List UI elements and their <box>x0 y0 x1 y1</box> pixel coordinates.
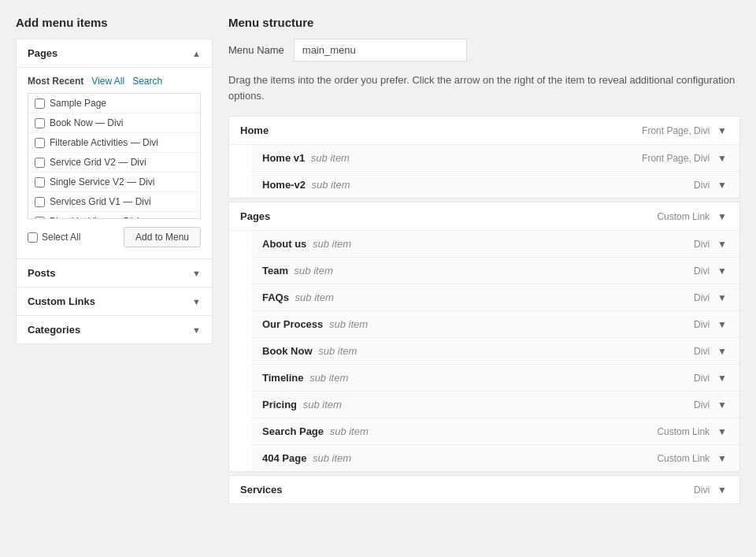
sub-item-chevron[interactable]: ▼ <box>716 399 728 410</box>
sub-items-container: Home v1 sub item Front Page, Divi ▼ Home… <box>229 144 739 198</box>
menu-top-item-label: Pages <box>240 210 270 222</box>
sub-item-label: Book Now sub item <box>262 345 357 357</box>
select-all-row: Select All Add to Menu <box>28 227 201 247</box>
sub-item-type: Divi <box>694 292 710 303</box>
sub-item-meta: Divi ▼ <box>694 319 728 330</box>
custom-links-label: Custom Links <box>28 295 95 307</box>
menu-name-input[interactable] <box>294 39 467 61</box>
sub-item-tag: sub item <box>309 179 350 191</box>
menu-top-item-type: Custom Link <box>657 211 710 222</box>
page-item: Sample Page <box>28 94 200 113</box>
add-to-menu-button[interactable]: Add to Menu <box>124 227 201 247</box>
categories-chevron-icon: ▼ <box>192 325 201 335</box>
page-label: Single Service V2 — Divi <box>50 176 154 188</box>
sub-item-tag: sub item <box>316 345 358 357</box>
page-item: Service Grid V2 — Divi <box>28 153 200 173</box>
page-checkbox[interactable] <box>35 197 45 207</box>
categories-accordion-header[interactable]: Categories ▼ <box>17 316 212 343</box>
page-checkbox[interactable] <box>35 98 45 109</box>
sub-item-type: Divi <box>694 373 710 384</box>
page-checkbox[interactable] <box>35 177 45 188</box>
page-checkbox[interactable] <box>35 158 45 168</box>
sub-item-label: 404 Page sub item <box>262 452 351 464</box>
sub-item-tag: sub item <box>300 399 342 410</box>
menu-top-item-type: Divi <box>694 485 710 496</box>
page-item: Blog List View — Divi <box>28 212 200 219</box>
pages-accordion-body: Most Recent View All Search Sample PageB… <box>17 67 212 258</box>
menu-top-item-type: Front Page, Divi <box>642 125 710 136</box>
menu-top-item-chevron[interactable]: ▼ <box>716 485 728 496</box>
select-all-checkbox[interactable] <box>28 232 38 243</box>
right-panel-title: Menu structure <box>228 16 740 29</box>
page-checkbox[interactable] <box>35 118 45 128</box>
sub-item-type: Custom Link <box>657 426 710 437</box>
sub-item-meta: Custom Link ▼ <box>657 426 728 437</box>
sub-item-chevron[interactable]: ▼ <box>716 426 728 437</box>
sub-item-chevron[interactable]: ▼ <box>716 266 728 277</box>
sub-item-type: Divi <box>694 399 710 410</box>
page-label: Filterable Activities — Divi <box>50 137 158 148</box>
menu-top-item-label: Services <box>240 484 283 496</box>
tab-most-recent[interactable]: Most Recent <box>28 76 83 87</box>
menu-top-item: Home Front Page, Divi ▼ Home v1 sub item… <box>228 116 740 199</box>
page-item: Services Grid V1 — Divi <box>28 192 200 212</box>
pages-tab-bar: Most Recent View All Search <box>28 76 201 87</box>
menu-top-item: Services Divi ▼ <box>228 475 740 504</box>
page-item: Single Service V2 — Divi <box>28 173 200 192</box>
sub-item-row: Search Page sub item Custom Link ▼ <box>251 418 739 445</box>
menu-top-item-chevron[interactable]: ▼ <box>716 211 728 222</box>
categories-section: Categories ▼ <box>16 316 213 344</box>
page-label: Blog List View — Divi <box>50 216 139 219</box>
sub-item-chevron[interactable]: ▼ <box>716 239 728 250</box>
sub-item-row: Home-v2 sub item Divi ▼ <box>251 172 739 198</box>
menu-top-item-meta: Divi ▼ <box>694 485 728 496</box>
sub-item-type: Custom Link <box>657 453 710 464</box>
sub-item-chevron[interactable]: ▼ <box>716 346 728 357</box>
menu-top-item-label: Home <box>240 124 269 136</box>
sub-item-chevron[interactable]: ▼ <box>716 180 728 191</box>
sub-item-tag: sub item <box>308 152 350 164</box>
pages-section-label: Pages <box>28 47 57 59</box>
sub-item-tag: sub item <box>327 425 369 437</box>
custom-links-accordion-header[interactable]: Custom Links ▼ <box>17 288 212 315</box>
page-item: Book Now — Divi <box>28 113 200 133</box>
tab-search[interactable]: Search <box>132 76 162 87</box>
menu-top-item: Pages Custom Link ▼ About us sub item Di… <box>228 202 740 472</box>
page-label: Services Grid V1 — Divi <box>50 196 151 207</box>
posts-accordion-header[interactable]: Posts ▼ <box>17 259 212 287</box>
menu-top-item-chevron[interactable]: ▼ <box>716 125 728 136</box>
page-item: Filterable Activities — Divi <box>28 133 200 153</box>
sub-item-type: Divi <box>694 239 710 250</box>
pages-accordion-header[interactable]: Pages ▲ <box>17 39 212 67</box>
sub-item-meta: Divi ▼ <box>694 399 728 410</box>
sub-item-chevron[interactable]: ▼ <box>716 373 728 384</box>
page-checkbox[interactable] <box>35 217 45 220</box>
sub-item-label: Search Page sub item <box>262 425 369 437</box>
sub-item-chevron[interactable]: ▼ <box>716 292 728 303</box>
custom-links-chevron-icon: ▼ <box>192 297 201 306</box>
page-checkbox[interactable] <box>35 138 45 148</box>
select-all-label[interactable]: Select All <box>28 232 80 243</box>
sub-item-label: Pricing sub item <box>262 399 342 410</box>
posts-section-label: Posts <box>28 267 55 279</box>
sub-item-meta: Front Page, Divi ▼ <box>642 153 728 164</box>
sub-item-chevron[interactable]: ▼ <box>716 153 728 164</box>
menu-top-item-meta: Front Page, Divi ▼ <box>642 125 728 136</box>
page-label: Service Grid V2 — Divi <box>50 157 146 168</box>
sub-item-row: Our Process sub item Divi ▼ <box>251 311 739 338</box>
sub-item-label: FAQs sub item <box>262 291 334 303</box>
sub-item-meta: Divi ▼ <box>694 180 728 191</box>
sub-item-chevron[interactable]: ▼ <box>716 319 728 330</box>
sub-item-meta: Divi ▼ <box>694 292 728 303</box>
sub-item-meta: Divi ▼ <box>694 239 728 250</box>
menu-structure: Home Front Page, Divi ▼ Home v1 sub item… <box>228 116 740 507</box>
pages-section: Pages ▲ Most Recent View All Search Samp… <box>16 39 213 259</box>
sub-item-chevron[interactable]: ▼ <box>716 453 728 464</box>
drag-hint: Drag the items into the order you prefer… <box>228 72 740 103</box>
sub-item-type: Front Page, Divi <box>642 153 710 164</box>
menu-top-item-meta: Custom Link ▼ <box>657 211 728 222</box>
tab-view-all[interactable]: View All <box>91 76 124 87</box>
sub-item-row: Pricing sub item Divi ▼ <box>251 392 739 418</box>
sub-item-type: Divi <box>694 266 710 277</box>
menu-top-item-row: Home Front Page, Divi ▼ <box>229 117 739 144</box>
